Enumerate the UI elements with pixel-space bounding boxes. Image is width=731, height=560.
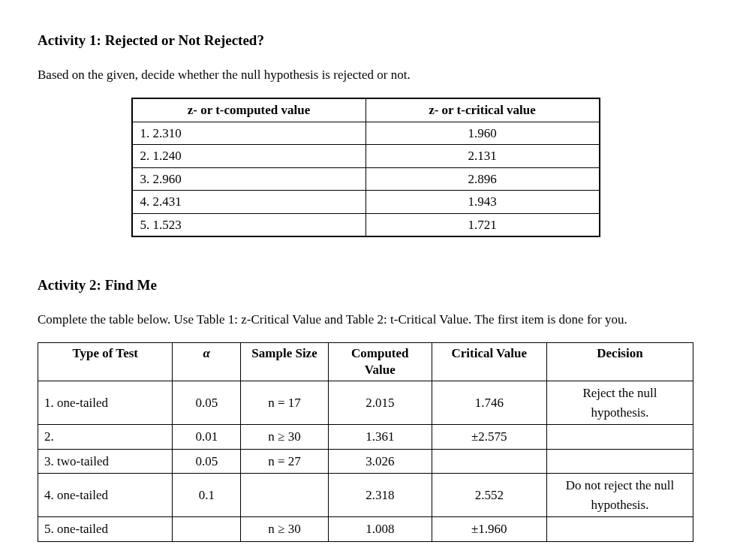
- cell-alpha: [173, 517, 241, 542]
- cell-type: 3. two-tailed: [38, 449, 173, 474]
- table-row: 4. one-tailed 0.1 2.318 2.552 Do not rej…: [38, 474, 693, 517]
- table-row: 3. 2.960 2.896: [132, 167, 600, 191]
- cell-decision: [546, 517, 693, 542]
- col-computed-header: z- or t-computed value: [132, 98, 366, 122]
- cell-sample: n = 27: [241, 449, 329, 474]
- activity1-title: Activity 1: Rejected or Not Rejected?: [38, 30, 693, 52]
- cell-sample: n ≥ 30: [241, 517, 329, 542]
- cell-alpha: 0.05: [173, 449, 241, 474]
- activity2-title: Activity 2: Find Me: [38, 275, 693, 297]
- table-row: 1. one-tailed 0.05 n = 17 2.015 1.746 Re…: [38, 381, 693, 425]
- table-row: 3. two-tailed 0.05 n = 27 3.026: [38, 449, 693, 474]
- col-critical-header: z- or t-critical value: [366, 98, 600, 122]
- cell-type: 4. one-tailed: [38, 474, 173, 517]
- cell-decision: [546, 425, 693, 450]
- cell-sample: [241, 474, 329, 517]
- cell-computed: 2.015: [328, 381, 432, 425]
- cell-critical: 1.960: [366, 122, 600, 145]
- activity1-instruction: Based on the given, decide whether the n…: [38, 65, 693, 85]
- table-row: 2. 1.240 2.131: [132, 145, 600, 168]
- table-header-row: z- or t-computed value z- or t-critical …: [132, 98, 600, 122]
- table-row: 1. 2.310 1.960: [132, 122, 600, 145]
- col-type-header: Type of Test: [38, 343, 173, 381]
- col-decision-header: Decision: [546, 343, 693, 381]
- activity2-table: Type of Test α Sample Size Computed Valu…: [38, 342, 693, 542]
- cell-sample: n = 17: [241, 381, 329, 425]
- cell-computed: 1.008: [328, 517, 432, 542]
- cell-decision: [546, 449, 693, 474]
- activity2-instruction: Complete the table below. Use Table 1: z…: [38, 310, 693, 330]
- cell-computed: 1. 2.310: [132, 122, 366, 145]
- cell-critical: 2.131: [366, 145, 600, 168]
- cell-alpha: 0.01: [173, 425, 241, 450]
- cell-alpha: 0.1: [173, 474, 241, 517]
- cell-critical: 1.943: [366, 191, 600, 214]
- cell-critical: ±1.960: [432, 517, 546, 542]
- cell-computed: 3. 2.960: [132, 167, 366, 191]
- table-row: 5. 1.523 1.721: [132, 213, 600, 236]
- cell-type: 2.: [38, 425, 173, 450]
- table-row: 5. one-tailed n ≥ 30 1.008 ±1.960: [38, 517, 693, 542]
- cell-computed: 4. 2.431: [132, 191, 366, 214]
- cell-alpha: 0.05: [173, 381, 241, 425]
- cell-critical: ±2.575: [432, 425, 546, 450]
- table-header-row: Type of Test α Sample Size Computed Valu…: [38, 343, 693, 381]
- activity1-table: z- or t-computed value z- or t-critical …: [131, 98, 600, 237]
- cell-computed: 2.318: [328, 474, 432, 517]
- table-row: 4. 2.431 1.943: [132, 191, 600, 214]
- cell-critical: 2.896: [366, 167, 600, 191]
- cell-computed: 2. 1.240: [132, 145, 366, 168]
- alpha-symbol: α: [203, 346, 210, 360]
- cell-computed: 5. 1.523: [132, 213, 366, 236]
- cell-sample: n ≥ 30: [241, 425, 329, 450]
- cell-computed: 3.026: [328, 449, 432, 474]
- cell-computed: 1.361: [328, 425, 432, 450]
- cell-type: 5. one-tailed: [38, 517, 173, 542]
- col-computed-header: Computed Value: [328, 343, 432, 381]
- cell-type: 1. one-tailed: [38, 381, 173, 425]
- col-alpha-header: α: [173, 343, 241, 381]
- col-sample-header: Sample Size: [241, 343, 329, 381]
- cell-decision: Reject the null hypothesis.: [546, 381, 693, 425]
- cell-critical: [432, 449, 546, 474]
- cell-decision: Do not reject the null hypothesis.: [546, 474, 693, 517]
- table-row: 2. 0.01 n ≥ 30 1.361 ±2.575: [38, 425, 693, 450]
- cell-critical: 1.746: [432, 381, 546, 425]
- cell-critical: 1.721: [366, 213, 600, 236]
- cell-critical: 2.552: [432, 474, 546, 517]
- col-critical-header: Critical Value: [432, 343, 546, 381]
